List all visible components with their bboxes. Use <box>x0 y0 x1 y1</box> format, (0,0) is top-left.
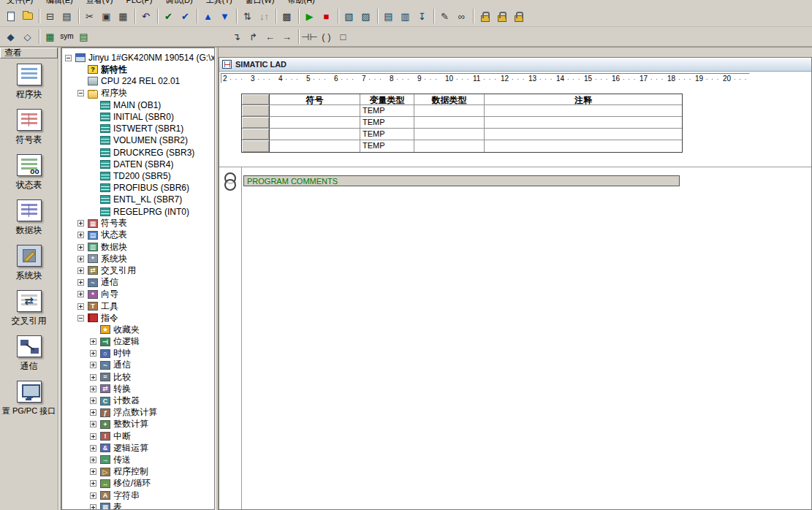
tree-expander[interactable] <box>77 267 84 274</box>
line-down-button[interactable]: ↴ <box>228 28 245 45</box>
data-type-cell[interactable] <box>414 117 485 129</box>
sort-descending-button[interactable]: ↓↑ <box>256 8 273 25</box>
tree-item[interactable]: ⇄ 交叉引用 <box>62 264 214 276</box>
tree-item[interactable]: ▦ 表 <box>62 501 214 510</box>
cut-button[interactable]: ✂ <box>81 8 98 25</box>
tree-item[interactable]: ? 新特性 <box>62 64 214 75</box>
tree-item[interactable]: + 整数计算 <box>62 419 214 430</box>
tree-expander[interactable] <box>77 256 84 262</box>
tree-item[interactable]: DRUCKREG (SBR3) <box>62 147 214 159</box>
tree-expander[interactable] <box>90 409 96 416</box>
tree-item[interactable]: REGELPRG (INT0) <box>62 205 214 217</box>
tree-item[interactable]: ⊣ 位逻辑 <box>62 336 214 348</box>
tree-item[interactable]: ★ 收藏夹 <box>62 324 214 335</box>
force-lock-button[interactable] <box>476 8 493 25</box>
row-selector[interactable] <box>242 140 270 152</box>
print-preview-button[interactable]: ▤ <box>58 8 75 25</box>
line-right-button[interactable]: → <box>278 28 295 45</box>
tree-item[interactable]: DATEN (SBR4) <box>62 159 214 170</box>
run-button[interactable]: ▶ <box>301 8 318 25</box>
sidebar-item-cross-reference[interactable]: 交叉引用 <box>0 285 58 330</box>
tree-item[interactable]: & 逻辑运算 <box>62 442 214 454</box>
tree-item[interactable]: C 计数器 <box>62 395 214 406</box>
tree-expander[interactable] <box>77 291 84 297</box>
sort-ascending-button[interactable]: ⇅ <box>239 8 256 25</box>
var-type-cell[interactable]: TEMP <box>360 117 414 129</box>
tree-expander[interactable] <box>90 350 96 357</box>
new-project-button[interactable] <box>2 8 19 25</box>
comment-cell[interactable] <box>485 105 682 117</box>
sidebar-item-symbol-table[interactable]: 符号表 <box>0 104 58 149</box>
comment-cell[interactable] <box>485 117 682 129</box>
sidebar-item-communications[interactable]: 通信 <box>0 330 58 376</box>
tree-expander[interactable] <box>77 90 84 96</box>
compile-button[interactable]: ✔ <box>160 8 177 25</box>
symbol-cell[interactable] <box>270 105 360 117</box>
single-read-button[interactable]: ↧ <box>414 8 430 25</box>
symbol-cell[interactable] <box>270 129 360 140</box>
tree-expander[interactable] <box>65 55 72 61</box>
tree-item[interactable]: * 向导 <box>62 289 214 300</box>
tree-item[interactable]: ▤ 状态表 <box>62 229 214 241</box>
tree-expander[interactable] <box>90 362 96 368</box>
tree-item[interactable]: T 工具 <box>62 300 214 312</box>
var-type-cell[interactable]: TEMP <box>360 129 414 140</box>
unforce-lock-button[interactable] <box>493 8 509 25</box>
tree-expander[interactable] <box>90 386 96 392</box>
insert-coil-button[interactable]: ( ) <box>318 28 335 45</box>
pause-program-status-button[interactable]: ▨ <box>357 8 374 25</box>
tree-expander[interactable] <box>90 480 96 487</box>
insert-box-button[interactable]: □ <box>335 28 352 45</box>
tree-expander[interactable] <box>90 374 96 381</box>
sidebar-item-status-chart[interactable]: 状态表 <box>0 149 58 194</box>
copy-button[interactable]: ▣ <box>98 8 115 25</box>
tree-item[interactable]: * 系统块 <box>62 253 214 264</box>
tree-item[interactable]: ISTWERT (SBR1) <box>62 123 214 134</box>
tree-item[interactable]: ~ 通信 <box>62 359 214 371</box>
undo-button[interactable]: ↶ <box>137 8 154 25</box>
tree-item[interactable]: 指令 <box>62 312 214 324</box>
open-project-button[interactable] <box>19 8 36 25</box>
tree-expander[interactable] <box>77 315 84 321</box>
tree-expander[interactable] <box>90 468 96 475</box>
print-button[interactable]: ⊟ <box>42 8 58 25</box>
network-comment-box[interactable]: PROGRAM COMMENTS <box>243 175 680 186</box>
tree-item[interactable]: ▦ 符号表 <box>62 218 214 229</box>
tree-item[interactable]: ! 中断 <box>62 430 214 442</box>
tree-expander[interactable] <box>77 303 84 310</box>
force-glasses-button[interactable]: ∞ <box>453 8 470 25</box>
sidebar-item-data-block[interactable]: 数据块 <box>0 194 58 240</box>
tree-item[interactable]: MAIN (OB1) <box>62 99 214 111</box>
next-bookmark-button[interactable]: ◇ <box>19 28 36 45</box>
tree-expander[interactable] <box>77 244 84 251</box>
line-left-button[interactable]: ← <box>262 28 278 45</box>
row-selector[interactable] <box>242 117 270 129</box>
tree-item[interactable]: → 传送 <box>62 454 214 465</box>
row-selector[interactable] <box>242 129 270 140</box>
tree-item[interactable]: VOLUMEN (SBR2) <box>62 134 214 146</box>
var-type-cell[interactable]: TEMP <box>360 105 414 117</box>
symbol-table-button[interactable]: ▤ <box>75 28 92 45</box>
tree-expander[interactable] <box>77 279 84 286</box>
download-button[interactable]: ▼ <box>216 8 233 25</box>
tree-item[interactable]: CPU 224 REL 02.01 <box>62 75 214 87</box>
tree-item[interactable]: A 字符串 <box>62 490 214 501</box>
tree-item[interactable]: ƒ 浮点数计算 <box>62 407 214 419</box>
tree-item[interactable]: ▥ 数据块 <box>62 241 214 253</box>
lad-editor-body[interactable]: 符号 变量类型 数据类型 注释 TEMP <box>219 85 811 509</box>
pause-chart-status-button[interactable]: ▥ <box>397 8 414 25</box>
upload-button[interactable]: ▲ <box>200 8 216 25</box>
sidebar-item-program-block[interactable]: 程序块 <box>0 58 58 104</box>
tree-item[interactable]: ⇄ 转换 <box>62 383 214 395</box>
compile-all-button[interactable]: ✔ <box>177 8 194 25</box>
tree-expander[interactable] <box>90 445 96 452</box>
tree-expander[interactable] <box>90 397 96 404</box>
tree-item[interactable]: 程序块 <box>62 88 214 99</box>
tree-expander[interactable] <box>77 232 84 238</box>
data-type-cell[interactable] <box>414 140 485 152</box>
tree-item[interactable]: INITIAL (SBR0) <box>62 111 214 123</box>
insert-contact-button[interactable]: ⊣⊢ <box>301 28 318 45</box>
tree-expander[interactable] <box>90 338 96 345</box>
paste-button[interactable]: ▦ <box>115 8 132 25</box>
tree-expander[interactable] <box>90 421 96 427</box>
